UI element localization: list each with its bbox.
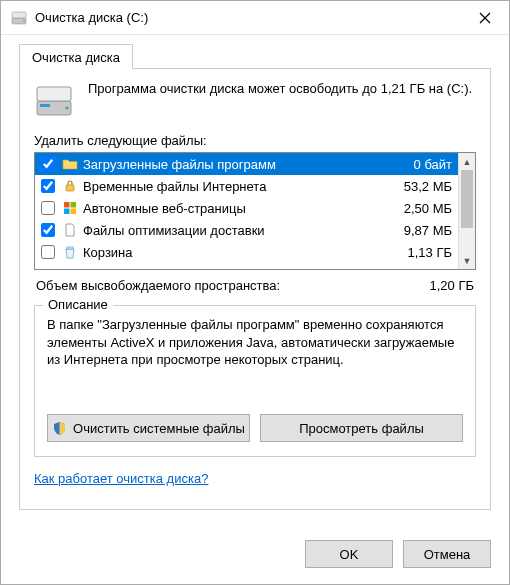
shield-icon (52, 421, 67, 436)
list-item[interactable]: Корзина 1,13 ГБ (35, 241, 458, 263)
item-name: Корзина (83, 245, 395, 260)
clean-system-files-label: Очистить системные файлы (73, 421, 245, 436)
list-item[interactable]: Файлы оптимизации доставки 9,87 МБ (35, 219, 458, 241)
svg-rect-11 (71, 209, 77, 215)
recycle-bin-icon (62, 244, 78, 260)
list-item[interactable]: Автономные веб-страницы 2,50 МБ (35, 197, 458, 219)
svg-rect-7 (66, 185, 74, 191)
item-size: 1,13 ГБ (408, 245, 452, 260)
item-name: Файлы оптимизации доставки (83, 223, 391, 238)
total-label: Объем высвобождаемого пространства: (36, 278, 280, 293)
view-files-label: Просмотреть файлы (299, 421, 424, 436)
intro-row: Программа очистки диска может освободить… (34, 81, 476, 121)
cancel-button[interactable]: Отмена (403, 540, 491, 568)
intro-text: Программа очистки диска может освободить… (88, 81, 472, 98)
cancel-label: Отмена (424, 547, 471, 562)
svg-rect-10 (64, 209, 70, 215)
lock-icon (62, 178, 78, 194)
item-name: Автономные веб-страницы (83, 201, 391, 216)
svg-rect-5 (40, 104, 50, 107)
list-rows: Загрузленные файлы программ 0 байт Време… (35, 153, 458, 269)
dialog-footer: OK Отмена (1, 528, 509, 584)
files-list: Загрузленные файлы программ 0 байт Време… (34, 152, 476, 270)
item-checkbox[interactable] (41, 223, 55, 237)
ok-button[interactable]: OK (305, 540, 393, 568)
scroll-track[interactable] (459, 228, 475, 252)
ok-label: OK (340, 547, 359, 562)
folder-icon (62, 156, 78, 172)
scroll-thumb[interactable] (461, 170, 473, 228)
description-title: Описание (43, 297, 113, 312)
list-scrollbar[interactable]: ▲ ▼ (458, 153, 475, 269)
tab-strip: Очистка диска (19, 43, 491, 68)
delete-files-label: Удалить следующие файлы: (34, 133, 476, 148)
description-group: Описание В папке "Загрузленные файлы про… (34, 305, 476, 457)
item-name: Временные файлы Интернета (83, 179, 391, 194)
tab-disk-cleanup[interactable]: Очистка диска (19, 44, 133, 69)
file-icon (62, 222, 78, 238)
svg-rect-12 (67, 247, 73, 249)
item-size: 53,2 МБ (404, 179, 452, 194)
disk-cleanup-icon (11, 10, 27, 26)
tab-panel: Программа очистки диска может освободить… (19, 68, 491, 510)
list-item[interactable]: Загрузленные файлы программ 0 байт (35, 153, 458, 175)
window-title: Очистка диска (C:) (35, 10, 463, 25)
item-checkbox[interactable] (41, 245, 55, 259)
svg-rect-9 (71, 202, 77, 208)
how-it-works-link[interactable]: Как работает очистка диска? (34, 471, 476, 486)
item-checkbox[interactable] (41, 201, 55, 215)
list-item[interactable]: Временные файлы Интернета 53,2 МБ (35, 175, 458, 197)
clean-system-files-button[interactable]: Очистить системные файлы (47, 414, 250, 442)
drive-icon (34, 81, 74, 121)
svg-point-2 (23, 20, 25, 22)
disk-cleanup-dialog: Очистка диска (C:) Очистка диска Програм… (0, 0, 510, 585)
group-buttons: Очистить системные файлы Просмотреть фай… (47, 414, 463, 442)
item-name: Загрузленные файлы программ (83, 157, 401, 172)
dialog-content: Очистка диска Программа очистки диска мо… (1, 35, 509, 528)
close-button[interactable] (463, 1, 507, 34)
description-text: В папке "Загрузленные файлы программ" вр… (47, 316, 463, 402)
title-bar: Очистка диска (C:) (1, 1, 509, 35)
windows-icon (62, 200, 78, 216)
item-checkbox[interactable] (41, 179, 55, 193)
svg-point-6 (66, 107, 69, 110)
svg-rect-8 (64, 202, 70, 208)
scroll-up-button[interactable]: ▲ (459, 153, 475, 170)
item-checkbox[interactable] (41, 157, 55, 171)
svg-rect-4 (37, 87, 71, 101)
item-size: 2,50 МБ (404, 201, 452, 216)
total-value: 1,20 ГБ (430, 278, 474, 293)
item-size: 9,87 МБ (404, 223, 452, 238)
view-files-button[interactable]: Просмотреть файлы (260, 414, 463, 442)
svg-rect-1 (12, 12, 26, 18)
scroll-down-button[interactable]: ▼ (459, 252, 475, 269)
item-size: 0 байт (414, 157, 452, 172)
